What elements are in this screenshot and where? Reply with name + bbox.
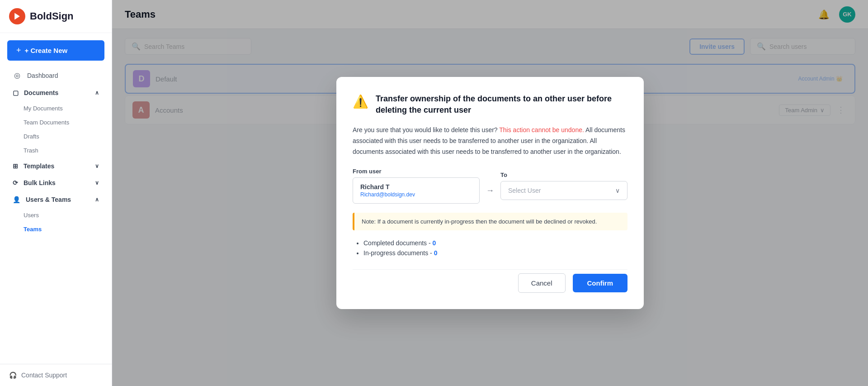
- contact-support-label: Contact Support: [21, 372, 67, 379]
- chevron-down-select-icon: ∨: [615, 187, 620, 194]
- dashboard-label: Dashboard: [27, 72, 58, 79]
- modal-overlay: ⚠️ Transfer ownership of the documents t…: [112, 0, 868, 386]
- dashboard-icon: ◎: [13, 71, 22, 80]
- contact-support-item[interactable]: 🎧 Contact Support: [9, 372, 103, 379]
- sidebar-item-users-teams[interactable]: 👤 Users & Teams ∧: [4, 191, 108, 208]
- modal-body: Are you sure that you would like to dele…: [353, 125, 627, 157]
- sidebar-item-dashboard[interactable]: ◎ Dashboard: [4, 67, 108, 84]
- sidebar: BoldSign + + Create New ◎ Dashboard ▢ Do…: [0, 0, 112, 386]
- modal-body-red: This action cannot be undone.: [499, 126, 584, 133]
- from-user-name: Richard T: [360, 183, 472, 191]
- modal-actions: Cancel Confirm: [353, 269, 627, 293]
- inprogress-docs-count: 0: [434, 249, 438, 257]
- to-section: To Select User ∨: [500, 172, 627, 200]
- completed-docs-count: 0: [433, 239, 436, 247]
- sidebar-item-bulk-links[interactable]: ⟳ Bulk Links ∨: [4, 175, 108, 191]
- sidebar-item-trash[interactable]: Trash: [0, 143, 112, 157]
- warning-icon: ⚠️: [353, 94, 368, 109]
- to-label: To: [500, 172, 627, 178]
- inprogress-docs-label: In-progress documents -: [363, 249, 434, 257]
- transfer-row: From user Richard T Richard@boldsign.dev…: [353, 168, 627, 204]
- sidebar-item-team-documents[interactable]: Team Documents: [0, 115, 112, 129]
- chevron-up-icon: ∧: [95, 90, 99, 96]
- list-item: In-progress documents - 0: [363, 249, 627, 257]
- sidebar-logo: BoldSign: [0, 0, 112, 33]
- boldsign-logo-icon: [9, 8, 25, 24]
- note-box: Note: If a document is currently in-prog…: [353, 213, 627, 230]
- templates-label: Templates: [24, 162, 54, 170]
- bulk-links-icon: ⟳: [13, 179, 18, 186]
- document-list: Completed documents - 0 In-progress docu…: [353, 239, 627, 257]
- from-label: From user: [353, 168, 480, 175]
- svg-marker-0: [14, 13, 20, 20]
- modal-body-text1: Are you sure that you would like to dele…: [353, 126, 499, 133]
- headphone-icon: 🎧: [9, 372, 17, 379]
- cancel-button[interactable]: Cancel: [518, 273, 566, 293]
- select-user-placeholder: Select User: [508, 187, 541, 194]
- logo-text: BoldSign: [30, 10, 74, 22]
- modal-header: ⚠️ Transfer ownership of the documents t…: [353, 93, 627, 116]
- chevron-up-icon-users: ∧: [95, 196, 99, 203]
- templates-icon: ⊞: [13, 162, 18, 170]
- modal-title: Transfer ownership of the documents to a…: [376, 93, 627, 116]
- plus-icon: +: [16, 46, 21, 55]
- confirm-button[interactable]: Confirm: [573, 274, 628, 292]
- completed-docs-label: Completed documents -: [363, 239, 433, 247]
- sidebar-item-templates[interactable]: ⊞ Templates ∨: [4, 158, 108, 174]
- sidebar-bottom: 🎧 Contact Support: [0, 364, 112, 386]
- users-teams-label: Users & Teams: [26, 196, 71, 203]
- users-teams-icon: 👤: [13, 196, 20, 203]
- documents-icon: ▢: [13, 89, 19, 96]
- note-text: Note: If a document is currently in-prog…: [362, 218, 597, 225]
- nav-section: ◎ Dashboard ▢ Documents ∧ My Documents T…: [0, 64, 112, 364]
- sidebar-item-drafts[interactable]: Drafts: [0, 129, 112, 143]
- from-user-email: Richard@boldsign.dev: [360, 191, 472, 198]
- transfer-ownership-modal: ⚠️ Transfer ownership of the documents t…: [336, 77, 644, 310]
- chevron-down-icon-bulk: ∨: [95, 180, 99, 186]
- from-user-box: Richard T Richard@boldsign.dev: [353, 177, 480, 204]
- sidebar-item-teams[interactable]: Teams: [0, 222, 112, 236]
- create-new-label: + Create New: [25, 47, 68, 54]
- create-new-button[interactable]: + + Create New: [7, 40, 104, 61]
- sidebar-item-my-documents[interactable]: My Documents: [0, 101, 112, 115]
- bulk-links-label: Bulk Links: [24, 179, 56, 186]
- main-content: Teams 🔔 GK 🔍 Invite users 🔍 D Default Ro…: [112, 0, 868, 386]
- documents-label: Documents: [24, 89, 58, 96]
- sidebar-item-documents[interactable]: ▢ Documents ∧: [4, 85, 108, 101]
- sidebar-item-users[interactable]: Users: [0, 208, 112, 222]
- list-item: Completed documents - 0: [363, 239, 627, 247]
- select-user-dropdown[interactable]: Select User ∨: [500, 181, 627, 200]
- arrow-right-icon: →: [486, 186, 494, 195]
- chevron-down-icon: ∨: [95, 163, 99, 169]
